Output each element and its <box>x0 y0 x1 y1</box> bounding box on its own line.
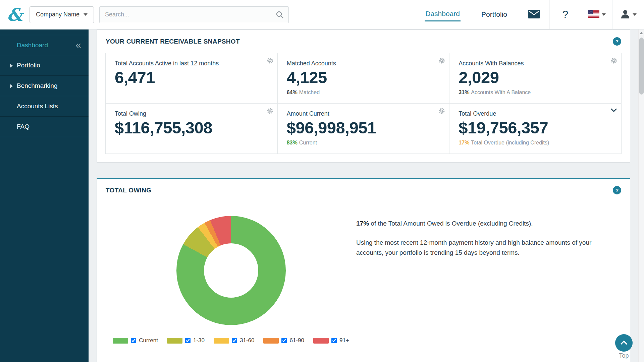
help-badge-icon[interactable]: ? <box>613 37 621 46</box>
tile-accounts-with-balances: Accounts With Balances 2,029 31%Accounts… <box>449 53 622 104</box>
total-owing-title: TOTAL OWING <box>106 187 151 194</box>
scrollbar-up-arrow[interactable] <box>639 29 644 36</box>
trend-paragraph: Using the most recent 12-month payment h… <box>356 238 611 257</box>
chevron-down-icon <box>84 13 88 16</box>
gear-icon[interactable] <box>267 57 273 65</box>
legend-checkbox-1-30[interactable] <box>185 338 191 343</box>
help-badge-icon[interactable]: ? <box>613 186 621 194</box>
legend-swatch <box>113 338 128 344</box>
sidebar: Dashboard « Portfolio Benchmarking Accou… <box>0 29 89 362</box>
owing-summary-text: 17% of the Total Amount Owed is Overdue … <box>356 203 621 344</box>
user-menu[interactable] <box>612 0 644 29</box>
company-selector[interactable]: Company Name <box>30 6 94 23</box>
search-icon[interactable] <box>275 10 284 20</box>
help-button[interactable]: ? <box>549 0 581 29</box>
user-icon <box>620 9 630 20</box>
legend-checkbox-31-60[interactable] <box>232 338 237 343</box>
sidebar-item-benchmarking[interactable]: Benchmarking <box>0 76 89 96</box>
chevron-down-icon <box>633 13 637 16</box>
messages-button[interactable] <box>518 0 549 29</box>
legend-swatch <box>214 338 229 344</box>
aging-chart-area: Current 1-30 31-60 6 <box>106 203 356 344</box>
nav-dashboard[interactable]: Dashboard <box>415 0 471 29</box>
sidebar-item-faq[interactable]: FAQ <box>0 117 89 137</box>
stat-tiles-grid: Total Accounts Active in last 12 months … <box>105 53 622 154</box>
top-nav: Dashboard Portfolio ? <box>415 0 644 29</box>
legend-item-1-30: 1-30 <box>167 337 205 344</box>
tile-matched-accounts: Matched Accounts 4,125 64%Matched <box>278 53 450 104</box>
legend-item-91-plus: 91+ <box>313 337 349 344</box>
legend-swatch <box>313 338 329 344</box>
scroll-to-top-button[interactable] <box>615 334 633 352</box>
tile-amount-current: Amount Current $96,998,951 83%Current <box>278 104 450 154</box>
legend-swatch <box>263 338 279 344</box>
scrollbar-thumb[interactable] <box>639 38 644 95</box>
us-flag-icon <box>588 10 599 19</box>
chart-legend: Current 1-30 31-60 6 <box>113 337 349 344</box>
sidebar-item-portfolio[interactable]: Portfolio <box>0 55 89 76</box>
donut-hole <box>204 243 258 298</box>
tile-total-owing: Total Owing $116,755,308 <box>106 104 278 154</box>
gear-icon[interactable] <box>267 108 273 116</box>
total-owing-card: TOTAL OWING ? Current <box>97 178 630 362</box>
caret-right-icon <box>10 84 13 88</box>
legend-checkbox-61-90[interactable] <box>281 338 287 343</box>
search-input[interactable] <box>99 6 289 23</box>
scroll-to-top: Top <box>613 334 635 359</box>
receivable-snapshot-card: YOUR CURRENT RECEIVABLE SNAPSHOT ? Total… <box>97 29 630 163</box>
sidebar-item-dashboard[interactable]: Dashboard « <box>0 35 89 55</box>
tile-total-accounts-active: Total Accounts Active in last 12 months … <box>106 53 278 104</box>
chevron-up-icon <box>620 340 628 346</box>
scroll-to-top-label: Top <box>613 352 635 359</box>
app-logo-icon[interactable]: & <box>0 0 30 29</box>
mail-icon <box>528 10 540 20</box>
legend-item-31-60: 31-60 <box>214 337 254 344</box>
main-content: YOUR CURRENT RECEIVABLE SNAPSHOT ? Total… <box>89 29 638 362</box>
legend-item-61-90: 61-90 <box>263 337 304 344</box>
language-selector[interactable] <box>581 0 612 29</box>
aging-donut-chart[interactable] <box>176 216 286 325</box>
legend-item-current: Current <box>113 337 158 344</box>
search-box <box>99 6 289 23</box>
caret-right-icon <box>10 64 13 68</box>
triangle-up-icon <box>640 32 643 34</box>
help-icon: ? <box>562 8 569 21</box>
scrollbar[interactable] <box>638 29 644 362</box>
chevron-down-icon[interactable] <box>610 108 617 114</box>
tile-total-overdue: Total Overdue $19,756,357 17%Total Overd… <box>449 104 622 154</box>
gear-icon[interactable] <box>438 57 445 65</box>
company-selector-label: Company Name <box>36 11 79 18</box>
sidebar-item-accounts-lists[interactable]: Accounts Lists <box>0 96 89 117</box>
snapshot-title: YOUR CURRENT RECEIVABLE SNAPSHOT <box>106 38 240 45</box>
gear-icon[interactable] <box>438 108 445 116</box>
sidebar-collapse-icon[interactable]: « <box>75 40 81 50</box>
nav-portfolio[interactable]: Portfolio <box>471 0 518 29</box>
overdue-headline: 17% of the Total Amount Owed is Overdue … <box>356 219 611 228</box>
chevron-down-icon <box>602 13 606 16</box>
legend-swatch <box>167 338 182 344</box>
gear-icon[interactable] <box>610 57 617 65</box>
topbar: & Company Name Dashboard Portfolio ? <box>0 0 644 29</box>
legend-checkbox-91-plus[interactable] <box>331 338 337 343</box>
legend-checkbox-current[interactable] <box>131 338 136 343</box>
